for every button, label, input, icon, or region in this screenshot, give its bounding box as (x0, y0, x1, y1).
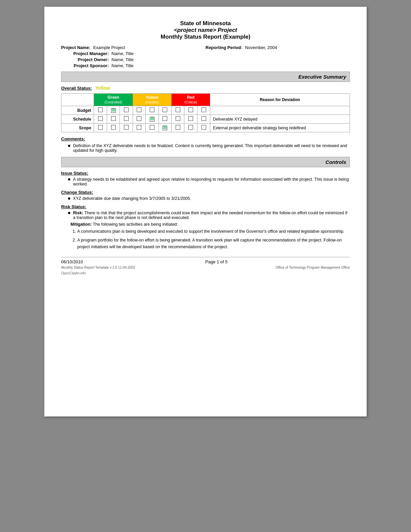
bullet-icon: ■ (68, 143, 71, 153)
page-footer: 06/10/2010 Page 1 of 5 Monthly Status Re… (61, 257, 350, 275)
reporting-period-label: Reporting Period: (205, 45, 245, 50)
schedule-label: Schedule (61, 115, 94, 124)
document-header: State of Minnesota <project name> Projec… (61, 20, 350, 40)
page-label: Page 1 (205, 259, 219, 264)
cb-sched-r3 (201, 116, 206, 121)
scope-reason: External project deliverable strategy be… (210, 124, 350, 132)
table-row-budget: Budget ☒ (61, 106, 350, 115)
cb-scope-y3: ☒ (163, 126, 167, 130)
footer-date: 06/10/2010 (61, 259, 83, 264)
cb-scope-g3 (124, 125, 129, 130)
table-row-scope: Scope ☒ External project deliverable str… (61, 124, 350, 132)
cb-sched-g2 (111, 116, 116, 121)
comments-label: Comments: (61, 136, 350, 141)
cb-sched-r2 (188, 116, 193, 121)
cb-budget-r1 (176, 107, 180, 112)
overall-status-value: Yellow (95, 85, 110, 91)
cb-sched-r1 (176, 116, 180, 121)
cb-budget-r2 (188, 107, 193, 112)
budget-label: Budget (61, 106, 94, 115)
footer-office-info: Office of Technology Program Management … (276, 266, 350, 269)
mitigation-item-1-text: A communications plan is being developed… (77, 229, 345, 234)
bullet-icon-issue: ■ (68, 177, 71, 186)
risk-body-text: There is risk that the project accomplis… (73, 211, 348, 220)
change-bullet: ■ XYZ deliverable due date changing from… (61, 196, 350, 201)
cb-budget-y2 (150, 107, 154, 112)
cb-sched-y3 (163, 116, 167, 121)
owner-value: Name, Title (111, 57, 350, 62)
cb-scope-g2 (111, 125, 116, 130)
sponsor-label: Project Sponsor: (61, 63, 111, 68)
bullet-icon-risk: ■ (68, 211, 71, 220)
owner-label: Project Owner: (61, 57, 111, 62)
risk-status-label: Risk Status: (61, 204, 350, 209)
cb-budget-r3 (201, 107, 206, 112)
controls-title: Controls (325, 159, 346, 165)
of-label: of 5 (220, 259, 228, 264)
mitigation-list: A communications plan is being developed… (71, 228, 350, 250)
scope-label: Scope (61, 124, 94, 132)
project-name-value: Example Project (93, 45, 125, 50)
cb-scope-r1 (176, 125, 180, 130)
cb-sched-g1 (98, 116, 103, 121)
footer-top: 06/10/2010 Page 1 of 5 (61, 259, 350, 264)
reporting-period-value: November, 2004 (245, 45, 277, 50)
watermark-text: OpenClipArt.info (61, 271, 350, 275)
project-name-label: Project Name: (61, 45, 93, 50)
cb-scope-r2 (188, 125, 193, 130)
risk-bold-label: Risk: (73, 211, 84, 215)
cb-scope-y2 (150, 125, 154, 130)
mitigation-item-1: A communications plan is being developed… (77, 228, 350, 235)
mitigation-intro: The following two activities are being i… (93, 222, 178, 227)
meta-row-manager: Project Manager: Name, Title (61, 51, 350, 56)
cb-scope-y1 (137, 125, 141, 130)
executive-summary-header: Executive Summary (61, 72, 350, 82)
controls-section-header: Controls (61, 157, 350, 167)
cb-budget-g1 (98, 107, 103, 112)
meta-info: Project Name: Example Project Reporting … (61, 45, 350, 68)
footer-page: Page 1 of 5 (205, 259, 228, 264)
status-table: Green (Controlled) Yellow (Caution) Red … (61, 93, 350, 132)
change-status-label: Change Status: (61, 190, 350, 195)
footer-template-info: Monthly Status Report Template v 2.0 11-… (61, 266, 135, 269)
cb-budget-g2: ☒ (111, 108, 116, 113)
footer-bottom: Monthly Status Report Template v 2.0 11-… (61, 266, 350, 269)
comments-section: Comments: ■ Definition of the XYZ delive… (61, 136, 350, 153)
th-green: Green (Controlled) (94, 94, 133, 106)
cb-sched-y1 (137, 116, 141, 121)
document-page: State of Minnesota <project name> Projec… (44, 7, 367, 416)
controls-content: Issue Status: ■ A strategy needs to be e… (61, 171, 350, 250)
cb-sched-g3 (124, 116, 129, 121)
change-text: XYZ deliverable due date changing from 3… (73, 196, 191, 201)
cb-sched-y2: ☒ (150, 117, 154, 122)
th-red: Red (Critical) (171, 94, 210, 106)
table-row-schedule: Schedule ☒ Deliverable XYZ delayed (61, 115, 350, 124)
mitigation-block: Mitigation: The following two activities… (61, 222, 350, 250)
header-title2: <project name> Project (61, 27, 350, 34)
issue-bullet: ■ A strategy needs to be established and… (61, 177, 350, 186)
budget-reason (210, 106, 350, 115)
cb-budget-g3 (124, 107, 129, 112)
th-empty (61, 94, 94, 106)
cb-budget-y1 (137, 107, 141, 112)
manager-value: Name, Title (111, 51, 350, 56)
th-reason: Reason for Deviation (210, 94, 350, 106)
meta-row-sponsor: Project Sponsor: Name, Title (61, 63, 350, 68)
executive-summary-title: Executive Summary (298, 74, 346, 80)
cb-budget-y3 (163, 107, 167, 112)
overall-status-row: Overall Status: Yellow (61, 85, 350, 91)
mitigation-item-2-text: A program portfolio for the follow-on ef… (77, 238, 342, 249)
cb-scope-g1 (98, 125, 103, 130)
overall-status-label: Overall Status: (61, 86, 92, 91)
comments-bullet: ■ Definition of the XYZ deliverable need… (61, 143, 350, 153)
sponsor-value: Name, Title (111, 63, 350, 68)
risk-bullet: ■ Risk: There is risk that the project a… (61, 211, 350, 220)
header-title1: State of Minnesota (61, 20, 350, 27)
cb-scope-r3 (201, 125, 206, 130)
schedule-reason: Deliverable XYZ delayed (210, 115, 350, 124)
issue-status-label: Issue Status: (61, 171, 350, 176)
manager-label: Project Manager: (61, 51, 111, 56)
th-yellow: Yellow (Caution) (133, 94, 171, 106)
meta-row-project-name: Project Name: Example Project Reporting … (61, 45, 350, 50)
mitigation-label: Mitigation: (71, 222, 92, 227)
